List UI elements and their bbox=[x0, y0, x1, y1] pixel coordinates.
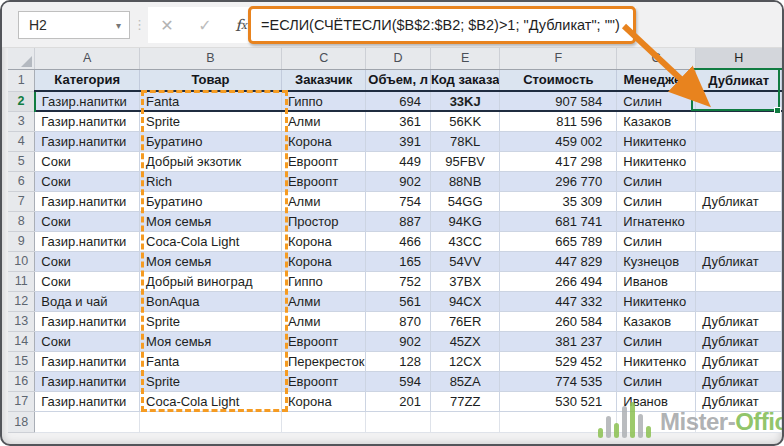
cell-E7[interactable]: 54GG bbox=[430, 191, 500, 211]
cell-F5[interactable]: 417 298 bbox=[500, 151, 617, 171]
row-header-15[interactable]: 15 bbox=[8, 351, 35, 371]
cell-B18[interactable] bbox=[140, 411, 282, 432]
cell-D10[interactable]: 165 bbox=[366, 251, 431, 271]
cell-E9[interactable]: 43CC bbox=[430, 231, 500, 251]
cell-C3[interactable]: Алми bbox=[281, 111, 365, 131]
cell-H10[interactable]: Дубликат bbox=[696, 251, 782, 271]
name-box-dropdown-icon[interactable]: ▾ bbox=[116, 20, 121, 31]
cell-G14[interactable]: Силин bbox=[617, 331, 696, 351]
cell-E5[interactable]: 95FBV bbox=[430, 151, 500, 171]
cell-A17[interactable]: Газир.напитки bbox=[35, 391, 140, 411]
cell-G4[interactable]: Никитенко bbox=[617, 131, 696, 151]
table-header-C[interactable]: Заказчик bbox=[281, 69, 365, 91]
cell-C2[interactable]: Гиппо bbox=[281, 91, 365, 111]
cell-G17[interactable]: Иванов bbox=[617, 391, 696, 411]
cancel-icon[interactable]: ✕ bbox=[152, 7, 182, 43]
cell-H14[interactable]: Дубликат bbox=[696, 331, 782, 351]
cell-G13[interactable]: Казаков bbox=[617, 311, 696, 331]
row-header-11[interactable]: 11 bbox=[8, 271, 35, 291]
cell-E2[interactable]: 33KJ bbox=[430, 91, 500, 111]
cell-G2[interactable]: Силин bbox=[617, 91, 696, 111]
cell-B11[interactable]: Добрый виноград bbox=[140, 271, 282, 291]
cell-H6[interactable] bbox=[696, 171, 782, 191]
cell-H8[interactable] bbox=[696, 211, 782, 231]
cell-C11[interactable]: Гиппо bbox=[281, 271, 365, 291]
column-header-C[interactable]: C bbox=[281, 48, 365, 69]
cell-E14[interactable]: 45ZX bbox=[430, 331, 500, 351]
cell-D16[interactable]: 594 bbox=[366, 371, 431, 391]
cell-C17[interactable]: Корона bbox=[281, 391, 365, 411]
cell-E13[interactable]: 76ER bbox=[430, 311, 500, 331]
row-header-17[interactable]: 17 bbox=[8, 391, 35, 411]
cell-H9[interactable] bbox=[696, 231, 782, 251]
row-header-1[interactable]: 1 bbox=[8, 69, 35, 91]
cell-F7[interactable]: 35 309 bbox=[500, 191, 617, 211]
cell-D9[interactable]: 466 bbox=[366, 231, 431, 251]
cell-E12[interactable]: 94CX bbox=[430, 291, 500, 311]
cell-C13[interactable]: Алми bbox=[281, 311, 365, 331]
cell-B12[interactable]: BonAqua bbox=[140, 291, 282, 311]
table-header-G[interactable]: Менеджер bbox=[617, 69, 696, 91]
cell-B4[interactable]: Буратино bbox=[140, 131, 282, 151]
cell-E15[interactable]: 12CX bbox=[430, 351, 500, 371]
cell-G10[interactable]: Кузнецов bbox=[617, 251, 696, 271]
cell-F11[interactable]: 266 494 bbox=[500, 271, 617, 291]
cell-F2[interactable]: 907 584 bbox=[500, 91, 617, 111]
cell-A18[interactable] bbox=[35, 411, 140, 432]
cell-B16[interactable]: Sprite bbox=[140, 371, 282, 391]
cell-G8[interactable]: Игнатенко bbox=[617, 211, 696, 231]
cell-B2[interactable]: Fanta bbox=[140, 91, 282, 111]
cell-H11[interactable] bbox=[696, 271, 782, 291]
cell-B3[interactable]: Sprite bbox=[140, 111, 282, 131]
column-header-A[interactable]: A bbox=[35, 48, 140, 69]
cell-G15[interactable]: Никитенко bbox=[617, 351, 696, 371]
column-header-H[interactable]: H bbox=[696, 48, 782, 69]
cell-A14[interactable]: Соки bbox=[35, 331, 140, 351]
name-box[interactable]: H2 ▾ bbox=[18, 11, 130, 39]
cell-A2[interactable]: Газир.напитки bbox=[35, 91, 140, 111]
cell-G12[interactable]: Никитенко bbox=[617, 291, 696, 311]
cell-B8[interactable]: Моя семья bbox=[140, 211, 282, 231]
cell-A11[interactable]: Соки bbox=[35, 271, 140, 291]
cell-F8[interactable]: 681 741 bbox=[500, 211, 617, 231]
cell-F4[interactable]: 459 002 bbox=[500, 131, 617, 151]
cell-F3[interactable]: 811 596 bbox=[500, 111, 617, 131]
cell-D4[interactable]: 391 bbox=[366, 131, 431, 151]
cell-B15[interactable]: Fanta bbox=[140, 351, 282, 371]
cell-D8[interactable]: 887 bbox=[366, 211, 431, 231]
cell-E6[interactable]: 88NB bbox=[430, 171, 500, 191]
cell-H5[interactable] bbox=[696, 151, 782, 171]
row-header-6[interactable]: 6 bbox=[8, 171, 35, 191]
cell-B7[interactable]: Буратино bbox=[140, 191, 282, 211]
cell-E17[interactable]: 77ZZ bbox=[430, 391, 500, 411]
cell-F9[interactable]: 665 789 bbox=[500, 231, 617, 251]
cell-A4[interactable]: Газир.напитки bbox=[35, 131, 140, 151]
cell-A15[interactable]: Газир.напитки bbox=[35, 351, 140, 371]
cell-G16[interactable]: Силин bbox=[617, 371, 696, 391]
cell-B17[interactable]: Coca-Cola Light bbox=[140, 391, 282, 411]
cell-F6[interactable]: 296 770 bbox=[500, 171, 617, 191]
column-header-E[interactable]: E bbox=[430, 48, 500, 69]
cell-G9[interactable]: Силин bbox=[617, 231, 696, 251]
table-header-F[interactable]: Стоимость bbox=[500, 69, 617, 91]
row-header-5[interactable]: 5 bbox=[8, 151, 35, 171]
row-header-14[interactable]: 14 bbox=[8, 331, 35, 351]
cell-H15[interactable]: Дубликат bbox=[696, 351, 782, 371]
cell-H16[interactable]: Дубликат bbox=[696, 371, 782, 391]
cell-A12[interactable]: Вода и чай bbox=[35, 291, 140, 311]
row-header-8[interactable]: 8 bbox=[8, 211, 35, 231]
cell-D7[interactable]: 754 bbox=[366, 191, 431, 211]
cell-D3[interactable]: 361 bbox=[366, 111, 431, 131]
row-header-2[interactable]: 2 bbox=[8, 91, 35, 111]
cell-C4[interactable]: Корона bbox=[281, 131, 365, 151]
cell-A6[interactable]: Соки bbox=[35, 171, 140, 191]
cell-B9[interactable]: Coca-Cola Light bbox=[140, 231, 282, 251]
cell-D15[interactable]: 128 bbox=[366, 351, 431, 371]
cell-A16[interactable]: Газир.напитки bbox=[35, 371, 140, 391]
cell-H17[interactable]: Дубликат bbox=[696, 391, 782, 411]
column-header-G[interactable]: G bbox=[617, 48, 696, 69]
table-header-H[interactable]: Дубликат bbox=[696, 69, 782, 91]
cell-A5[interactable]: Соки bbox=[35, 151, 140, 171]
cell-F14[interactable]: 381 237 bbox=[500, 331, 617, 351]
cell-F15[interactable]: 529 452 bbox=[500, 351, 617, 371]
